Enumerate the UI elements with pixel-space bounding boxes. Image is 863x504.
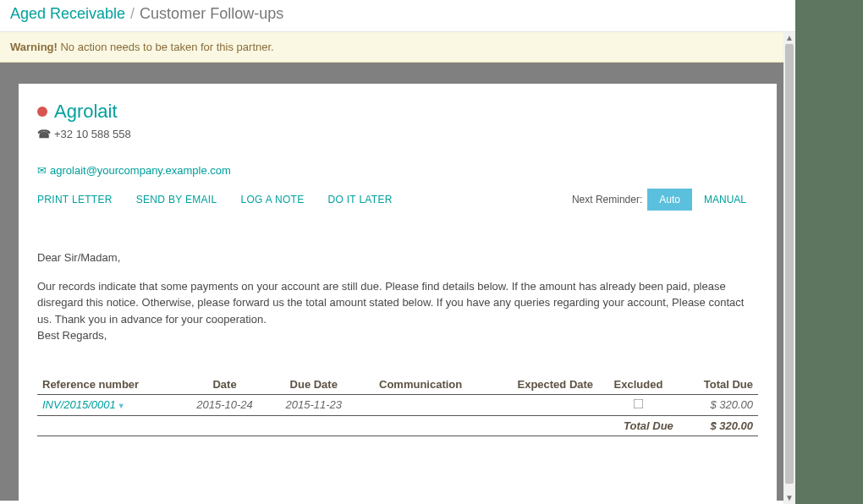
alert-warning: Warning! No action needs to be taken for… [0, 32, 795, 63]
col-comm: Communication [358, 375, 483, 395]
footer-value: $ 320.00 [679, 415, 758, 436]
invoice-link[interactable]: INV/2015/0001▼ [37, 394, 180, 415]
letter-signoff: Best Regards, [37, 329, 107, 342]
print-letter-button[interactable]: PRINT LETTER [37, 194, 113, 205]
col-total: Total Due [679, 375, 758, 395]
send-email-button[interactable]: SEND BY EMAIL [136, 194, 217, 205]
do-later-button[interactable]: DO IT LATER [327, 194, 392, 205]
customer-name[interactable]: Agrolait [54, 101, 118, 123]
cell-total: $ 320.00 [679, 394, 758, 415]
cell-date: 2015-10-24 [180, 394, 269, 415]
breadcrumb-root[interactable]: Aged Receivable [10, 5, 125, 22]
cell-exc [598, 394, 679, 415]
customer-email-link[interactable]: agrolait@yourcompany.example.com [50, 164, 231, 177]
scroll-up-icon[interactable]: ▲ [783, 32, 795, 44]
col-ref: Reference number [37, 375, 180, 395]
cell-comm [358, 394, 483, 415]
letter-body: Dear Sir/Madam, Our records indicate tha… [37, 249, 758, 344]
followup-sheet: Agrolait ☎+32 10 588 558 ✉agrolait@yourc… [19, 84, 777, 501]
scrollbar[interactable]: ▲ ▼ [783, 32, 795, 504]
letter-greeting: Dear Sir/Madam, [37, 249, 758, 266]
envelope-icon: ✉ [37, 164, 47, 177]
table-footer: Total Due $ 320.00 [37, 415, 758, 436]
col-exp: Expected Date [483, 375, 598, 395]
breadcrumb-current: Customer Follow-ups [140, 5, 283, 22]
receivables-table: Reference number Date Due Date Communica… [37, 375, 758, 436]
reminder-toggle: Auto MANUAL [647, 189, 758, 211]
alert-text: No action needs to be taken for this par… [60, 41, 273, 53]
customer-email: ✉agrolait@yourcompany.example.com [37, 164, 758, 177]
cell-due: 2015-11-23 [269, 394, 358, 415]
letter-text: Our records indicate that some payments … [37, 280, 744, 326]
status-dot-icon [37, 107, 47, 117]
col-exc: Excluded [598, 375, 679, 395]
alert-strong: Warning! [10, 41, 58, 53]
customer-phone: ☎+32 10 588 558 [37, 128, 758, 140]
next-reminder-label: Next Reminder: [572, 194, 642, 205]
scroll-down-icon[interactable]: ▼ [783, 492, 795, 504]
footer-label: Total Due [598, 415, 679, 436]
cell-exp[interactable] [483, 394, 598, 415]
reminder-auto-button[interactable]: Auto [647, 189, 692, 211]
col-date: Date [180, 375, 269, 395]
table-row: INV/2015/0001▼ 2015-10-24 2015-11-23 $ 3… [37, 394, 758, 415]
side-panel [795, 0, 863, 504]
scroll-thumb[interactable] [785, 44, 794, 484]
col-due: Due Date [269, 375, 358, 395]
excluded-checkbox[interactable] [634, 398, 644, 408]
breadcrumb: Aged Receivable/Customer Follow-ups [0, 0, 795, 32]
phone-icon: ☎ [37, 128, 51, 140]
caret-down-icon: ▼ [118, 402, 125, 410]
log-note-button[interactable]: LOG A NOTE [240, 194, 304, 205]
reminder-manual-button[interactable]: MANUAL [692, 189, 758, 211]
